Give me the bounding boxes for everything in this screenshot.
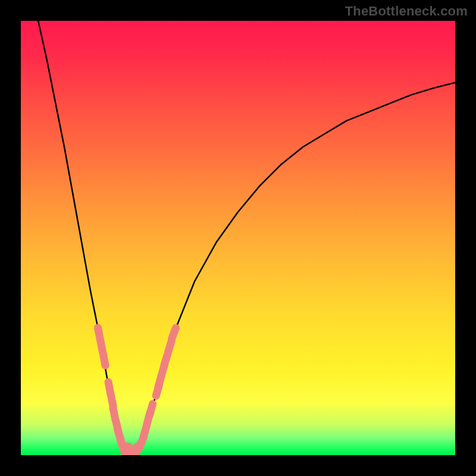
plot-area (21, 21, 455, 455)
curve-group (30, 21, 455, 451)
data-marker (171, 328, 176, 339)
curve-svg (21, 21, 455, 455)
curve-right-branch (138, 83, 455, 451)
marker-group (98, 328, 176, 455)
chart-container: TheBottleneck.com (0, 0, 476, 476)
data-marker (103, 354, 105, 366)
watermark-text: TheBottleneck.com (345, 4, 468, 19)
data-marker (149, 404, 152, 415)
